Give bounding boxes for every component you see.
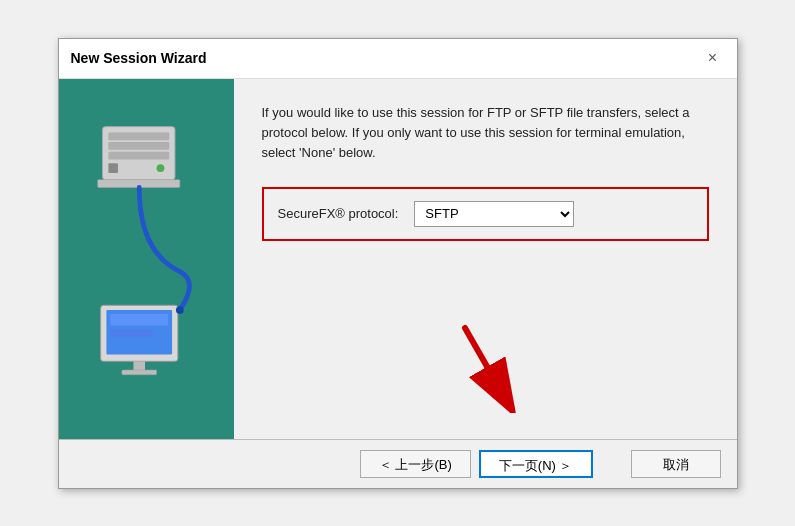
footer: ＜ 上一步(B) 下一页(N) ＞ 取消	[59, 439, 737, 488]
protocol-selection-box: SecureFX® protocol: SFTP FTP None	[262, 187, 709, 241]
svg-point-5	[157, 164, 165, 172]
arrow-area	[262, 261, 709, 423]
network-illustration	[71, 117, 221, 400]
content-area: If you would like to use this session fo…	[59, 79, 737, 439]
next-arrow-indicator	[450, 323, 520, 413]
svg-rect-10	[110, 329, 153, 337]
svg-rect-12	[122, 370, 157, 375]
dialog-title: New Session Wizard	[71, 50, 207, 66]
cancel-button[interactable]: 取消	[631, 450, 721, 478]
svg-point-13	[176, 306, 184, 314]
illustration-panel	[59, 79, 234, 439]
svg-rect-1	[108, 132, 169, 140]
svg-rect-4	[108, 163, 118, 173]
protocol-label: SecureFX® protocol:	[278, 206, 399, 221]
next-button[interactable]: 下一页(N) ＞	[479, 450, 593, 478]
close-button[interactable]: ×	[701, 46, 725, 70]
svg-rect-11	[133, 361, 145, 371]
svg-rect-9	[110, 314, 168, 326]
svg-rect-3	[108, 152, 169, 160]
title-bar: New Session Wizard ×	[59, 39, 737, 79]
back-button[interactable]: ＜ 上一步(B)	[360, 450, 471, 478]
description-text: If you would like to use this session fo…	[262, 103, 709, 163]
svg-line-15	[465, 328, 505, 398]
new-session-wizard-dialog: New Session Wizard ×	[58, 38, 738, 489]
right-panel: If you would like to use this session fo…	[234, 79, 737, 439]
protocol-select[interactable]: SFTP FTP None	[414, 201, 574, 227]
svg-rect-2	[108, 142, 169, 150]
